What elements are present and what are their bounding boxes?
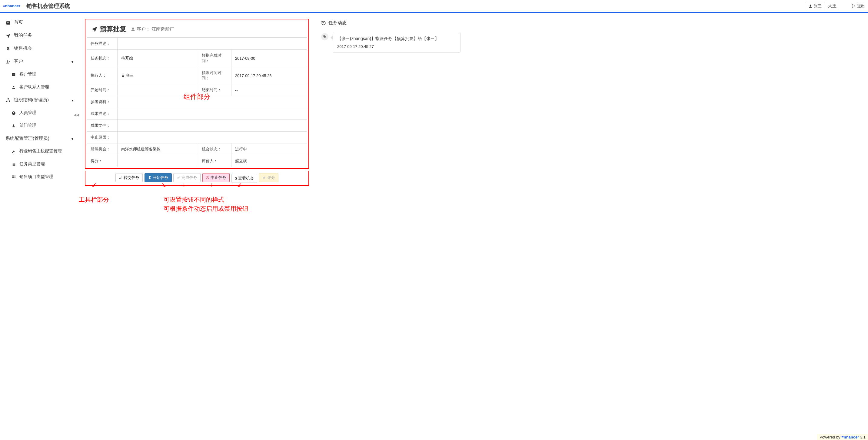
exchange-icon <box>119 176 122 179</box>
user-icon <box>121 74 125 78</box>
svg-point-15 <box>13 124 14 126</box>
chevron-down-icon <box>71 59 73 64</box>
svg-rect-3 <box>8 22 8 23</box>
nav-staff-mgmt[interactable]: 人员管理 <box>2 107 76 119</box>
plane-icon <box>6 33 10 38</box>
arrow-icon: ↘ <box>161 181 166 188</box>
annotation-row: 工具栏部分 可设置按钮不同的样式 可根据条件动态启用或禁用按钮 <box>85 195 309 213</box>
svg-rect-23 <box>13 176 14 176</box>
abort-task-button[interactable]: 中止任务 <box>203 173 230 182</box>
arrow-icon: ↙ <box>92 181 97 188</box>
toolbar: ↙ 转交任务 开始任务 完成任务 中止任务 $查看机会 评分 ↘ ↓ ↓ ↙ <box>85 171 309 186</box>
customer-info: 客户：江南造船厂 <box>131 26 174 32</box>
nav-org[interactable]: 组织结构(管理员) <box>2 93 76 107</box>
nav-sys-config[interactable]: 系统配置管理(管理员) <box>2 132 76 145</box>
user-icon <box>11 124 16 128</box>
grid-icon <box>11 175 16 179</box>
activity-text: 【张三(zhangsan)】指派任务【预算批复】给【张三】 <box>337 36 456 42</box>
svg-rect-24 <box>14 176 16 176</box>
svg-rect-10 <box>7 98 9 99</box>
rate-button[interactable]: 评分 <box>259 173 278 182</box>
svg-point-0 <box>810 4 811 6</box>
svg-point-29 <box>122 75 124 76</box>
annotation-buttons: 可设置按钮不同的样式 可根据条件动态启用或禁用按钮 <box>164 195 248 213</box>
wrench-icon <box>11 149 16 154</box>
activity-item: 【张三(zhangsan)】指派任务【预算批复】给【张三】 2017-09-17… <box>321 29 461 55</box>
svg-point-20 <box>12 164 12 165</box>
history-icon <box>321 21 326 26</box>
table-row: 成果描述： <box>87 108 307 120</box>
nav-project-type-mgmt[interactable]: 销售项目类型管理 <box>2 170 76 183</box>
panel-title: 预算批复 <box>91 25 126 34</box>
arrow-icon: ↓ <box>182 181 185 188</box>
svg-point-28 <box>132 28 134 29</box>
activity-time: 2017-09-17 20:45:27 <box>337 44 456 49</box>
nav-customer-mgmt[interactable]: 客户管理 <box>2 68 76 81</box>
users-icon <box>6 59 10 64</box>
svg-point-5 <box>9 61 10 62</box>
table-row: 成果文件： <box>87 120 307 131</box>
svg-rect-27 <box>14 177 16 178</box>
tag-icon <box>321 33 329 40</box>
annotation-toolbar: 工具栏部分 <box>79 195 109 213</box>
activity-title: 任务动态 <box>321 19 461 29</box>
svg-rect-11 <box>6 101 7 102</box>
check-icon <box>177 176 180 179</box>
user-menu-button[interactable]: 张三 <box>805 2 825 10</box>
star-icon <box>262 176 266 179</box>
ban-icon <box>206 176 209 179</box>
table-row: 任务描述： <box>87 38 307 50</box>
table-row: 所属机会：南洋水师组建筹备采购机会状态：进行中 <box>87 143 307 155</box>
tasks-icon <box>11 162 16 167</box>
top-bar: ≡nhancer 销售机会管理系统 张三 大王 退出 <box>0 0 868 13</box>
logout-button[interactable]: 退出 <box>851 3 865 9</box>
user-icon <box>808 4 812 8</box>
svg-rect-25 <box>12 177 13 178</box>
dollar-icon: $ <box>235 176 237 180</box>
sidebar: 首页 我的任务 $销售机会 客户 客户管理 客户联系人管理 组织结构(管理员) … <box>0 13 79 433</box>
user-title: 大王 <box>828 3 836 9</box>
chevron-down-icon <box>71 136 73 141</box>
table-row: 得分：评价人：赵立横 <box>87 155 307 167</box>
complete-task-button[interactable]: 完成任务 <box>173 173 200 182</box>
start-task-button[interactable]: 开始任务 <box>145 173 172 182</box>
list-icon <box>11 72 16 77</box>
table-row: 执行人： 张三指派时间时间：2017-09-17 20:45:26 <box>87 67 307 84</box>
svg-line-31 <box>207 177 209 179</box>
user-circle-icon <box>11 111 16 115</box>
app-logo: ≡nhancer <box>3 4 20 8</box>
plane-icon <box>91 26 98 32</box>
sidebar-collapse-handle[interactable]: ◀◀ <box>73 113 79 117</box>
arrow-icon: ↓ <box>210 181 213 188</box>
svg-rect-12 <box>9 101 10 102</box>
svg-point-21 <box>12 165 12 166</box>
svg-rect-1 <box>6 21 10 25</box>
svg-point-9 <box>13 86 14 87</box>
svg-point-4 <box>7 60 8 62</box>
nav-sales-opp[interactable]: $销售机会 <box>2 42 76 55</box>
logout-icon <box>851 4 856 8</box>
hourglass-icon <box>148 176 152 179</box>
table-row: 参考资料： <box>87 96 307 108</box>
table-row: 开始时间：结束时间：-- <box>87 84 307 96</box>
svg-rect-26 <box>13 177 14 178</box>
detail-panel: 预算批复 客户：江南造船厂 任务描述： 任务状态：待开始预期完成时间：2017-… <box>85 19 309 169</box>
sitemap-icon <box>6 98 10 103</box>
view-opp-button[interactable]: $查看机会 <box>231 174 257 183</box>
chevron-down-icon <box>71 97 73 102</box>
nav-customer[interactable]: 客户 <box>2 55 76 68</box>
nav-dept-mgmt[interactable]: 部门管理 <box>2 119 76 132</box>
table-row: 中止原因： <box>87 131 307 143</box>
nav-home[interactable]: 首页 <box>2 16 76 29</box>
user-icon <box>11 85 16 89</box>
svg-point-14 <box>13 112 14 113</box>
user-icon <box>131 27 135 32</box>
nav-sales-line-config[interactable]: 行业销售主线配置管理 <box>2 145 76 158</box>
dollar-icon: $ <box>7 46 9 51</box>
svg-rect-22 <box>12 176 13 176</box>
nav-contact-mgmt[interactable]: 客户联系人管理 <box>2 81 76 93</box>
calendar-icon <box>6 20 10 25</box>
nav-my-tasks[interactable]: 我的任务 <box>2 29 76 42</box>
nav-task-type-mgmt[interactable]: 任务类型管理 <box>2 158 76 170</box>
transfer-task-button[interactable]: 转交任务 <box>116 173 143 182</box>
